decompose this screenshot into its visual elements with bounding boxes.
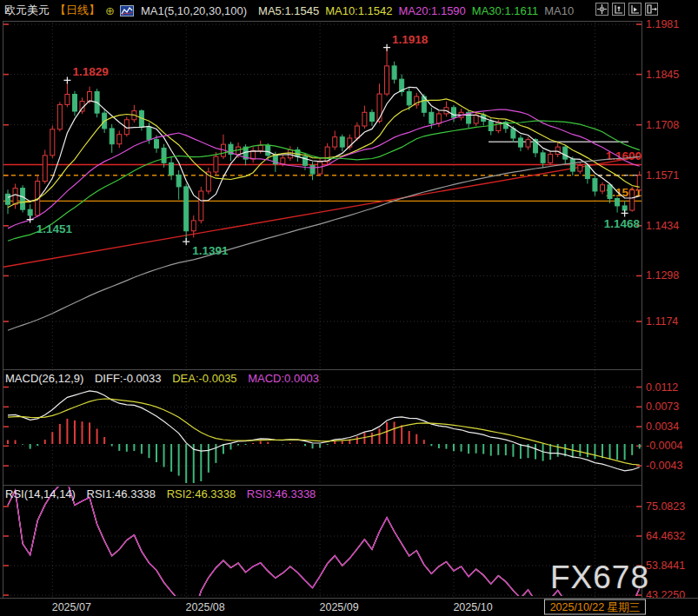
fx678-watermark: FX678	[550, 560, 649, 596]
chart-canvas[interactable]: 1.19811.18451.17081.15711.14341.12981.11…	[0, 0, 698, 616]
svg-text:53.8441: 53.8441	[646, 560, 685, 572]
svg-text:2025/09: 2025/09	[320, 601, 359, 613]
svg-text:1.1391: 1.1391	[192, 244, 229, 257]
chart-window: 欧元美元 【日线】 ⊕ MA1(5,10,20,30,100) MA5:1.15…	[0, 0, 698, 616]
svg-text:1.1981: 1.1981	[646, 18, 679, 30]
svg-text:2025/10: 2025/10	[453, 601, 492, 613]
macd-diff-value: DIFF:-0.0033	[95, 372, 162, 385]
svg-text:1.1708: 1.1708	[646, 119, 679, 131]
macd-indicator-label[interactable]: MACD(26,12,9) DIFF:-0.0033 DEA:-0.0035 M…	[5, 372, 327, 385]
svg-text:1.1845: 1.1845	[646, 69, 679, 81]
svg-text:1.1174: 1.1174	[646, 315, 678, 328]
macd-dea-value: DEA:-0.0035	[172, 372, 236, 385]
svg-text:43.2250: 43.2250	[646, 589, 685, 601]
svg-text:2025/10/22 星期三: 2025/10/22 星期三	[550, 601, 641, 613]
svg-text:0.0034: 0.0034	[646, 421, 679, 433]
svg-text:0.0073: 0.0073	[646, 401, 679, 413]
macd-params: MACD(26,12,9)	[5, 372, 83, 385]
svg-text:2025/08: 2025/08	[186, 601, 225, 613]
svg-text:1.1451: 1.1451	[37, 222, 73, 235]
svg-text:1.1829: 1.1829	[72, 65, 108, 78]
svg-text:1.1298: 1.1298	[646, 269, 679, 282]
svg-text:2025/07: 2025/07	[52, 601, 91, 613]
rsi1-value: RSI1:46.3338	[87, 487, 156, 500]
svg-text:75.0823: 75.0823	[646, 500, 685, 513]
rsi-params: RSI(14,14,14)	[5, 487, 76, 500]
svg-text:64.4632: 64.4632	[646, 530, 685, 542]
svg-text:0.0112: 0.0112	[646, 381, 678, 394]
svg-text:1.1918: 1.1918	[392, 33, 429, 46]
svg-text:1.1571: 1.1571	[646, 169, 679, 182]
svg-text:-0.0004: -0.0004	[646, 440, 682, 452]
svg-text:-0.0043: -0.0043	[646, 460, 682, 472]
rsi3-value: RSI3:46.3338	[247, 487, 316, 500]
rsi2-value: RSI2:46.3338	[167, 487, 236, 500]
svg-text:1.1434: 1.1434	[646, 220, 679, 232]
svg-text:1.1468: 1.1468	[604, 217, 641, 230]
rsi-indicator-label[interactable]: RSI(14,14,14) RSI1:46.3338 RSI2:46.3338 …	[5, 487, 323, 500]
macd-macd-value: MACD:0.0003	[248, 372, 319, 385]
